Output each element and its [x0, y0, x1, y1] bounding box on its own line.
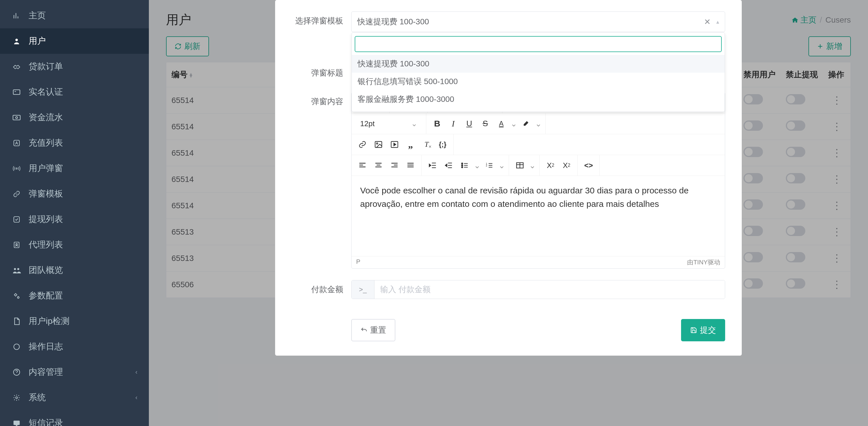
align-right-icon[interactable]: [386, 159, 403, 172]
sidebar-item-ip[interactable]: 用户ip检测: [0, 308, 149, 334]
svg-point-24: [376, 143, 378, 144]
sidebar-item-funds[interactable]: 资金流水: [0, 105, 149, 130]
sidebar-item-label: 团队概览: [29, 264, 63, 276]
link-icon[interactable]: [354, 138, 370, 151]
list-a-icon: [11, 139, 22, 147]
sidebar-item-user-popup[interactable]: 用户弹窗: [0, 156, 149, 181]
label-amount: 付款金额: [292, 280, 343, 295]
subscript-icon[interactable]: X2: [542, 159, 559, 172]
modal-overlay[interactable]: 选择弹窗模板 快速提现费 100-300 ✕ ▴: [149, 0, 868, 426]
sidebar-item-label: 内容管理: [29, 366, 63, 378]
bullet-list-icon[interactable]: [457, 159, 473, 172]
image-icon[interactable]: [370, 138, 386, 151]
sidebar-item-label: 操作日志: [29, 341, 63, 353]
chevron-down-icon[interactable]: ⌄: [473, 159, 481, 172]
sidebar-item-sms[interactable]: 短信记录: [0, 410, 149, 426]
chevron-down-icon[interactable]: ⌄: [509, 117, 518, 130]
contacts-icon: [11, 241, 22, 249]
save-icon: [690, 327, 697, 334]
chevron-down-icon[interactable]: ⌄: [497, 159, 506, 172]
question-icon: [11, 368, 22, 376]
chevron-left-icon: ‹: [135, 394, 137, 401]
svg-point-3: [16, 39, 18, 41]
reset-button[interactable]: 重置: [351, 319, 395, 341]
select-option[interactable]: 快速提现费 100-300: [352, 55, 724, 73]
circle-icon: [11, 343, 22, 351]
group-icon: [11, 267, 22, 274]
sidebar-item-label: 用户ip检测: [29, 315, 69, 327]
amount-input[interactable]: [374, 281, 725, 299]
editor-body[interactable]: Você pode escolher o canal de revisão rá…: [351, 176, 725, 256]
rich-text-editor: 段落 ⌄ 12pt: [351, 92, 725, 269]
svg-rect-23: [375, 142, 382, 148]
sidebar-item-label: 用户弹窗: [29, 163, 63, 174]
chevron-down-icon[interactable]: ⌄: [534, 117, 542, 130]
align-justify-icon[interactable]: [403, 159, 418, 172]
text-color-icon[interactable]: A: [493, 117, 509, 130]
svg-rect-4: [13, 90, 20, 94]
sidebar-item-label: 系统: [29, 392, 46, 403]
sidebar-item-users[interactable]: 用户: [0, 28, 149, 54]
svg-rect-8: [14, 140, 20, 146]
sidebar-item-params[interactable]: 参数配置: [0, 283, 149, 308]
font-size-select[interactable]: 12pt ⌄: [354, 119, 423, 128]
sidebar-item-popup-template[interactable]: 弹窗模板: [0, 181, 149, 206]
sidebar-item-oplog[interactable]: 操作日志: [0, 334, 149, 359]
sidebar-item-team[interactable]: 团队概览: [0, 258, 149, 283]
svg-rect-10: [14, 217, 20, 222]
money-icon: [11, 114, 22, 121]
sidebar-item-verify[interactable]: 实名认证: [0, 79, 149, 105]
chain-icon: [11, 190, 22, 198]
svg-point-15: [14, 294, 17, 296]
sidebar-item-label: 充值列表: [29, 137, 63, 149]
template-select[interactable]: 快速提现费 100-300 ✕ ▴ 快速提现费 100-300: [351, 11, 725, 32]
outdent-icon[interactable]: [441, 159, 457, 172]
editor-path[interactable]: P: [356, 258, 361, 267]
terminal-icon: >_: [351, 281, 374, 299]
indent-icon[interactable]: [425, 159, 441, 172]
svg-point-17: [14, 344, 20, 350]
sidebar-item-label: 贷款订单: [29, 61, 63, 72]
chevron-left-icon: ‹: [135, 368, 137, 376]
sidebar-item-label: 资金流水: [29, 111, 63, 123]
code-icon[interactable]: {;}: [435, 138, 451, 151]
superscript-icon[interactable]: X2: [559, 159, 575, 172]
submit-button[interactable]: 提交: [681, 319, 725, 341]
modal: 选择弹窗模板 快速提现费 100-300 ✕ ▴: [275, 0, 742, 356]
number-list-icon[interactable]: 12: [481, 159, 497, 172]
chevron-down-icon[interactable]: ⌄: [528, 159, 536, 172]
sidebar-item-content[interactable]: 内容管理 ‹: [0, 359, 149, 385]
sidebar-item-label: 短信记录: [29, 417, 63, 426]
align-center-icon[interactable]: [370, 159, 386, 172]
select-option[interactable]: 银行信息填写错误 500-1000: [352, 73, 724, 90]
italic-icon[interactable]: I: [445, 117, 461, 130]
editor-powered-by[interactable]: 由TINY驱动: [687, 258, 720, 267]
table-icon[interactable]: [512, 159, 528, 172]
id-card-icon: [11, 89, 22, 96]
clear-format-icon[interactable]: T×: [418, 138, 435, 151]
user-icon: [11, 37, 22, 45]
highlight-icon[interactable]: [518, 117, 534, 130]
bold-icon[interactable]: B: [429, 117, 445, 130]
svg-point-13: [14, 268, 16, 270]
align-left-icon[interactable]: [354, 159, 370, 172]
sidebar-item-recharge[interactable]: 充值列表: [0, 130, 149, 156]
underline-icon[interactable]: U: [461, 117, 477, 130]
sidebar-item-agents[interactable]: 代理列表: [0, 232, 149, 258]
select-option[interactable]: 客服金融服务费 1000-3000: [352, 90, 724, 108]
sidebar-item-label: 用户: [29, 35, 46, 47]
svg-point-9: [16, 168, 18, 169]
strikethrough-icon[interactable]: S: [477, 117, 493, 130]
sidebar-item-loans[interactable]: 贷款订单: [0, 54, 149, 79]
select-clear-icon[interactable]: ✕: [701, 17, 713, 27]
sidebar-item-home[interactable]: 主页: [0, 3, 149, 28]
broadcast-icon: [11, 164, 22, 172]
svg-point-19: [16, 396, 18, 398]
blockquote-icon[interactable]: „: [403, 138, 418, 151]
sidebar-item-withdraw[interactable]: 提现列表: [0, 206, 149, 232]
svg-point-14: [17, 268, 19, 270]
sidebar-item-system[interactable]: 系统 ‹: [0, 385, 149, 410]
select-search-input[interactable]: [355, 36, 722, 52]
source-code-icon[interactable]: <>: [581, 159, 597, 172]
video-icon[interactable]: [386, 138, 403, 151]
